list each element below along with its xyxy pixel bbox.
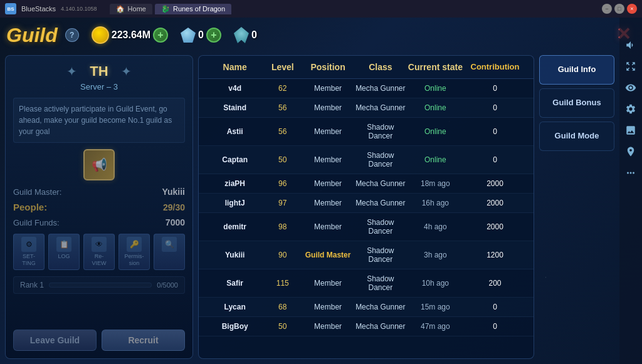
table-row[interactable]: Astii 56 Member Shadow Dancer Online 0: [199, 118, 534, 146]
emblem-left-deco: ✦: [66, 64, 77, 79]
cell-class: Mecha Gunner: [354, 84, 407, 93]
game-area: Guild ? 223.64M + 0 + 0 ✕: [0, 18, 642, 364]
emblem-right-deco: ✦: [121, 64, 132, 79]
cell-position: Member: [302, 199, 354, 207]
review-button[interactable]: 👁 Re-VIEW: [83, 234, 115, 270]
bottom-buttons: Leave Guild Recruit: [13, 330, 185, 351]
search-button[interactable]: 🔍: [154, 234, 185, 270]
table-row[interactable]: ziaPH 96 Member Mecha Gunner 18m ago 200…: [199, 174, 534, 194]
table-row[interactable]: v4d 62 Member Mecha Gunner Online 0: [199, 79, 534, 98]
cell-state: 15m ago: [407, 303, 464, 311]
table-row[interactable]: lightJ 97 Member Mecha Gunner 16h ago 20…: [199, 194, 534, 213]
cell-state: Online: [407, 155, 464, 164]
cell-class: Shadow Dancer: [354, 246, 407, 264]
cell-state: 3h ago: [407, 251, 464, 259]
maximize-button[interactable]: □: [614, 4, 624, 14]
cell-name: demitr: [206, 222, 263, 231]
cell-position: Member: [302, 103, 354, 112]
bluestacks-tabs: 🏠 Home 🐉 Runes of Dragon: [110, 4, 232, 14]
table-row[interactable]: Safir 115 Member Shadow Dancer 10h ago 2…: [199, 269, 534, 298]
cell-class: Mecha Gunner: [354, 322, 407, 331]
table-row[interactable]: Captan 50 Member Shadow Dancer Online 0: [199, 146, 534, 174]
add-gem-button[interactable]: +: [206, 28, 221, 43]
cell-contribution: 0: [464, 303, 526, 311]
cell-name: Yukiii: [206, 251, 263, 259]
people-stat-row: People: 29/30: [13, 202, 185, 212]
leave-guild-button[interactable]: Leave Guild: [13, 330, 97, 351]
table-row[interactable]: Lycan 68 Member Mecha Gunner 15m ago 0: [199, 298, 534, 317]
cell-contribution: 200: [464, 279, 526, 288]
permission-button[interactable]: 🔑 Permis-sion: [118, 234, 150, 270]
coin-value: 223.64M: [112, 29, 150, 41]
settings-btn-icon: ⚙: [21, 237, 36, 252]
table-row[interactable]: Yukiii 90 Guild Master Shadow Dancer 3h …: [199, 241, 534, 269]
guild-mode-button[interactable]: Guild Mode: [539, 122, 614, 151]
cell-contribution: 0: [464, 84, 526, 93]
guild-bonus-button[interactable]: Guild Bonus: [539, 88, 614, 118]
rank-numbers: 0/5000: [157, 281, 178, 289]
location-icon: [234, 27, 249, 43]
volume-icon[interactable]: [622, 36, 639, 54]
table-row[interactable]: BigBoy 50 Member Mecha Gunner 47m ago 0: [199, 317, 534, 336]
cell-contribution: 2000: [464, 222, 526, 231]
more-icon[interactable]: [622, 164, 639, 182]
guild-server: Server – 3: [13, 82, 185, 91]
cell-name: lightJ: [206, 199, 263, 207]
col-name: Name: [206, 62, 263, 72]
cell-class: Mecha Gunner: [354, 179, 407, 188]
cell-level: 90: [263, 251, 302, 259]
cell-state: 47m ago: [407, 322, 464, 331]
megaphone-button[interactable]: 📢: [83, 149, 115, 180]
cell-contribution: 0: [464, 103, 526, 112]
log-button[interactable]: 📋 LOG: [48, 234, 80, 270]
table-row[interactable]: Staind 56 Member Mecha Gunner Online 0: [199, 98, 534, 118]
cell-name: Safir: [206, 279, 263, 288]
minimize-button[interactable]: −: [602, 4, 612, 14]
log-btn-icon: 📋: [56, 237, 71, 252]
master-label: Guild Master:: [13, 187, 61, 197]
cell-position: Member: [302, 279, 354, 288]
col-contribution: Contribution: [464, 62, 526, 72]
search-btn-label: [169, 253, 171, 260]
close-button[interactable]: ×: [627, 4, 637, 14]
map-pin-icon[interactable]: [622, 143, 639, 160]
cell-class: Shadow Dancer: [354, 123, 407, 140]
image-icon[interactable]: [622, 122, 639, 139]
rank-label: Rank 1: [20, 281, 44, 289]
guild-info-button[interactable]: Guild Info: [539, 55, 614, 85]
cell-level: 56: [263, 127, 302, 136]
cell-state: 16h ago: [407, 199, 464, 207]
review-btn-label: Re-VIEW: [92, 253, 106, 267]
cell-level: 50: [263, 155, 302, 164]
search-btn-icon: 🔍: [162, 237, 177, 252]
cell-name: v4d: [206, 84, 263, 93]
tab-runes-of-dragon[interactable]: 🐉 Runes of Dragon: [155, 4, 231, 14]
eye-icon[interactable]: [622, 79, 639, 96]
guild-emblem: ✦ TH ✦: [13, 63, 185, 80]
settings-icon[interactable]: [622, 100, 639, 118]
cell-position: Member: [302, 127, 354, 136]
cell-name: BigBoy: [206, 322, 263, 331]
cell-position: Member: [302, 222, 354, 231]
resize-icon[interactable]: [622, 58, 639, 75]
right-action-panel: Guild Info Guild Bonus Guild Mode: [539, 55, 614, 359]
cell-class: Mecha Gunner: [354, 103, 407, 112]
bluestacks-title: BlueStacks: [21, 5, 56, 13]
cell-state: Online: [407, 103, 464, 112]
location-value: 0: [251, 29, 257, 41]
game-icon: 🐉: [161, 5, 170, 13]
table-body: v4d 62 Member Mecha Gunner Online 0 Stai…: [199, 79, 534, 358]
settings-button[interactable]: ⚙ SET-TING: [13, 234, 45, 270]
review-btn-icon: 👁: [92, 237, 107, 252]
tab-home[interactable]: 🏠 Home: [110, 4, 152, 14]
settings-btn-label: SET-TING: [22, 253, 36, 267]
cell-level: 98: [263, 222, 302, 231]
cell-level: 68: [263, 303, 302, 311]
add-coin-button[interactable]: +: [153, 28, 168, 43]
master-value: Yukiii: [162, 187, 185, 197]
table-row[interactable]: demitr 98 Member Shadow Dancer 4h ago 20…: [199, 213, 534, 241]
cell-class: Shadow Dancer: [354, 151, 407, 169]
cell-name: Lycan: [206, 303, 263, 311]
recruit-button[interactable]: Recruit: [102, 330, 185, 351]
help-button[interactable]: ?: [65, 28, 79, 42]
